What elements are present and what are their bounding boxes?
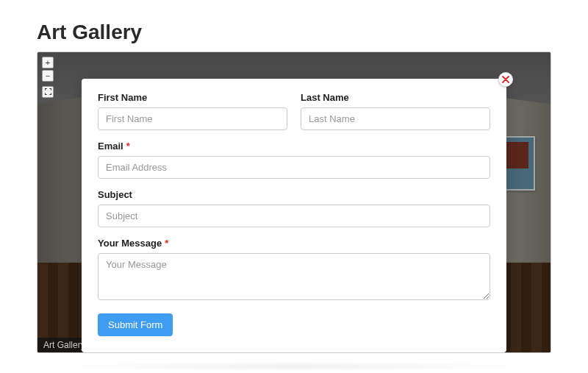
fullscreen-icon [45, 88, 51, 97]
message-label: Your Message* [98, 238, 490, 249]
email-label-text: Email [98, 141, 123, 152]
email-field-group: Email* [98, 141, 490, 179]
required-marker: * [165, 238, 168, 249]
close-button[interactable] [498, 72, 513, 87]
plus-icon: + [46, 58, 50, 68]
required-marker: * [126, 141, 130, 152]
message-label-text: Your Message [98, 238, 162, 249]
last-name-label: Last Name [301, 92, 490, 103]
subject-field-group: Subject [98, 189, 490, 227]
zoom-in-button[interactable]: + [42, 57, 54, 68]
last-name-input[interactable] [301, 107, 490, 130]
page-shadow [59, 361, 529, 372]
subject-label: Subject [98, 189, 490, 200]
submit-button[interactable]: Submit Form [98, 313, 173, 336]
first-name-label: First Name [98, 92, 287, 103]
contact-modal: First Name Last Name Email* Subject [82, 79, 506, 352]
page-title: Art Gallery [37, 21, 551, 44]
message-textarea[interactable] [98, 253, 490, 300]
close-icon [502, 73, 509, 86]
viewer-zoom-controls: + − [42, 57, 54, 98]
first-name-field-group: First Name [98, 92, 287, 130]
first-name-input[interactable] [98, 107, 287, 130]
minus-icon: − [46, 71, 50, 81]
email-input[interactable] [98, 156, 490, 179]
last-name-field-group: Last Name [301, 92, 490, 130]
message-field-group: Your Message* [98, 238, 490, 303]
panorama-viewer[interactable]: + − Art Gallery First Name [37, 51, 551, 353]
subject-input[interactable] [98, 205, 490, 227]
zoom-out-button[interactable]: − [42, 70, 54, 82]
fullscreen-button[interactable] [42, 86, 54, 98]
email-label: Email* [98, 141, 490, 152]
